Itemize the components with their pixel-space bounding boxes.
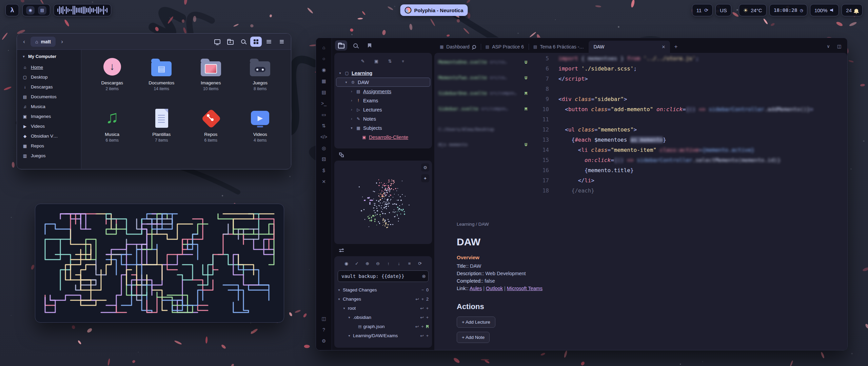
clear-message-button[interactable]: ⊗ <box>422 273 426 279</box>
commit-message-input[interactable] <box>338 270 429 282</box>
explorer-item[interactable]: ▾▦Subjects <box>336 123 430 133</box>
graph-canvas[interactable] <box>334 161 432 244</box>
folder-tile[interactable]: ♫Musica6 items <box>89 105 136 157</box>
folder-tile[interactable]: Plantillas7 items <box>138 105 185 157</box>
git-pull-button[interactable]: ↓ <box>395 260 403 267</box>
now-playing-widget[interactable]: Polyphia - Neurotica <box>400 4 468 16</box>
explorer-item[interactable]: ›▤Assignments <box>336 87 430 96</box>
git-change-layout-button[interactable]: ≡ <box>406 260 414 267</box>
discard-icon[interactable]: ↩ <box>420 306 423 311</box>
new-folder-button[interactable] <box>224 37 236 47</box>
volume-widget[interactable]: 100% <box>810 4 839 16</box>
keyboard-layout-widget[interactable]: US <box>715 4 731 16</box>
folder-tile[interactable]: Imagenes10 items <box>188 54 234 105</box>
stage-icon[interactable]: + <box>421 324 423 329</box>
collapse-all-button[interactable]: » <box>399 57 408 65</box>
new-folder-button[interactable]: ▣ <box>372 57 381 65</box>
tab-asp-practice-6[interactable]: ▤ASP Practice 6 <box>481 41 529 53</box>
bookmarks-tab-button[interactable] <box>363 40 376 50</box>
files-sidebar-item[interactable]: ▶Videos <box>20 121 78 131</box>
files-sidebar-item[interactable]: ⌂Home <box>20 62 78 72</box>
open-terminal-button[interactable] <box>212 37 223 47</box>
unstage-icon[interactable]: − <box>421 288 424 292</box>
stage-icon[interactable]: + <box>421 297 424 302</box>
files-sidebar-item[interactable]: ▤Documentos <box>20 92 78 102</box>
files-sidebar-item[interactable]: ▥Juegos <box>20 151 78 161</box>
folder-tile[interactable]: ↓Descargas2 items <box>89 54 136 105</box>
files-sidebar-item[interactable]: ▣Imagenes <box>20 111 78 121</box>
folder-tile[interactable]: Repos6 items <box>188 105 234 157</box>
ribbon-settings-button[interactable]: ⚙ <box>318 336 330 346</box>
git-refresh-button[interactable]: ⟳ <box>416 260 424 267</box>
explorer-item[interactable]: ▾♔DAW <box>336 78 430 87</box>
clock-widget[interactable]: 18:08:28◷ <box>769 4 807 16</box>
git-row[interactable]: ▾Changes↩+2 <box>336 294 430 304</box>
ribbon-terminal-button[interactable]: >_ <box>318 98 330 108</box>
files-sidebar-item[interactable]: ▢Desktop <box>20 72 78 82</box>
menu-button[interactable] <box>276 37 288 47</box>
ribbon-clear-button[interactable]: ✕ <box>318 176 330 187</box>
discard-icon[interactable]: ↩ <box>420 315 423 320</box>
note-link[interactable]: Aules <box>470 286 482 291</box>
folder-tile[interactable]: ▤Documentos14 items <box>138 54 185 105</box>
explorer-item[interactable]: ▾▢Learning <box>336 68 430 78</box>
launcher-button[interactable]: λ <box>5 4 19 16</box>
sort-button[interactable]: ⇅ <box>386 57 394 65</box>
tab-dashboard[interactable]: ▦Dashboard <box>435 41 481 53</box>
back-button[interactable]: ‹ <box>20 38 28 45</box>
explorer-item[interactable]: ›✎Notes <box>336 114 430 123</box>
notifications-widget[interactable]: 24 <box>842 4 863 16</box>
git-commit-button[interactable]: ✓ <box>353 260 361 267</box>
files-tab-button[interactable] <box>335 40 347 50</box>
files-sidebar-item[interactable]: ♫Musica <box>20 102 78 111</box>
breadcrumb[interactable]: ⌂ matt <box>31 37 56 47</box>
stage-icon[interactable]: + <box>426 333 429 338</box>
tab-tema-6-pr-cticas-[interactable]: ▤Tema 6 Prácticas -… <box>529 41 589 53</box>
git-row[interactable]: ▤graph.json↩+M <box>336 322 430 331</box>
new-note-button[interactable]: ✎ <box>358 57 367 65</box>
git-row[interactable]: ▾Staged Changes−0 <box>336 285 430 294</box>
ribbon-random-button[interactable]: ⚄ <box>318 154 330 164</box>
action-button[interactable]: + Add Note <box>457 332 490 343</box>
ribbon-canvas-button[interactable]: ▦ <box>318 76 330 86</box>
search-button[interactable] <box>237 37 249 47</box>
git-row[interactable]: ▾root↩+ <box>336 304 430 313</box>
explorer-item[interactable]: ▣Desarrollo-Cliente <box>336 133 430 142</box>
files-sidebar-item[interactable]: ◆Obsidian V… <box>20 131 78 141</box>
ribbon-help-button[interactable]: ? <box>318 324 330 335</box>
folder-tile[interactable]: ▶Videos4 items <box>237 105 284 157</box>
folder-tile[interactable]: Juegos8 items <box>237 54 284 105</box>
git-row[interactable]: ▾Learning/DAW/Exams↩+ <box>336 331 430 340</box>
ribbon-vault-switcher-button[interactable]: ◫ <box>318 313 330 324</box>
tab-list-button[interactable]: ∨ <box>824 42 833 50</box>
ribbon-code-button[interactable]: </> <box>318 131 330 142</box>
ribbon-dashboard-button[interactable]: ⌂ <box>318 42 330 53</box>
ribbon-daily-note-button[interactable]: ▤ <box>318 87 330 97</box>
discard-icon[interactable]: ↩ <box>420 333 423 338</box>
forward-button[interactable]: › <box>58 38 66 45</box>
git-stage-all-button[interactable]: ⊕ <box>363 260 372 267</box>
action-button[interactable]: + Add Lecture <box>457 317 495 328</box>
git-branch-button[interactable] <box>336 150 347 159</box>
panel-options-button[interactable] <box>336 246 347 255</box>
tab-daw[interactable]: DAW✕ <box>589 41 670 53</box>
search-tab-button[interactable] <box>349 40 361 50</box>
git-backup-button[interactable]: ◉ <box>342 260 351 267</box>
graph-filter-button[interactable]: ✦ <box>421 174 429 182</box>
git-unstage-all-button[interactable]: ⊖ <box>374 260 382 267</box>
editor-pane[interactable]: MementoOne.sveltesrc/co…UMementoTwo.svel… <box>434 53 847 350</box>
activity-button[interactable]: ◉ <box>26 6 35 15</box>
stage-icon[interactable]: + <box>426 315 429 320</box>
ribbon-camera-button[interactable]: ◎ <box>318 143 330 153</box>
files-sidebar-item[interactable]: ↓Descargas <box>20 82 78 92</box>
weather-widget[interactable]: ☀24°C <box>739 4 767 16</box>
git-push-button[interactable]: ↑ <box>384 260 393 267</box>
toggle-right-sidebar-button[interactable]: ◫ <box>834 42 844 50</box>
graph-settings-button[interactable]: ⚙ <box>421 163 429 171</box>
new-tab-button[interactable]: + <box>670 41 682 53</box>
discard-icon[interactable]: ↩ <box>415 297 419 302</box>
files-sidebar-item[interactable]: ▦Repos <box>20 141 78 151</box>
ribbon-reading-button[interactable]: ▭ <box>318 109 330 120</box>
list-view-button[interactable] <box>263 37 275 47</box>
notes-button[interactable]: ▤ <box>38 6 46 15</box>
